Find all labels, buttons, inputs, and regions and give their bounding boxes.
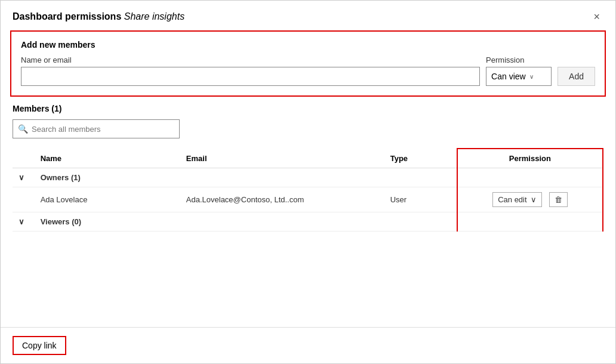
expand-viewers-icon[interactable]: ∨: [13, 212, 35, 232]
copy-link-button[interactable]: Copy link: [13, 336, 66, 355]
dialog: Dashboard permissions Share insights × A…: [0, 0, 616, 364]
search-box[interactable]: 🔍: [13, 119, 180, 138]
group-row-viewers: ∨ Viewers (0): [13, 212, 603, 232]
th-name: Name: [35, 149, 180, 168]
members-table: Name Email Type Permission ∨ Owners (1) …: [13, 148, 603, 232]
dialog-title: Dashboard permissions Share insights: [13, 11, 184, 22]
permission-group: Permission Can view ∨: [486, 55, 552, 86]
expand-owners-icon[interactable]: ∨: [13, 168, 35, 187]
chevron-down-icon: ∨: [529, 73, 534, 80]
can-edit-value: Can edit: [498, 195, 526, 204]
member-type: User: [384, 187, 457, 212]
name-email-label: Name or email: [21, 55, 480, 64]
owners-permission-cell: [457, 168, 603, 187]
dialog-header: Dashboard permissions Share insights ×: [1, 1, 615, 30]
name-email-input[interactable]: [21, 67, 480, 86]
table-row: Ada Lovelace Ada.Lovelace@Contoso, Ltd..…: [13, 187, 603, 212]
add-button[interactable]: Add: [558, 67, 595, 86]
close-button[interactable]: ×: [590, 10, 603, 23]
permission-dropdown-value: Can view: [491, 72, 526, 81]
group-row-owners: ∨ Owners (1): [13, 168, 603, 187]
chevron-down-icon: ∨: [531, 195, 537, 204]
permission-dropdown[interactable]: Can view ∨: [486, 67, 552, 86]
th-permission: Permission: [457, 149, 603, 168]
member-email: Ada.Lovelace@Contoso, Ltd..com: [180, 187, 384, 212]
can-edit-dropdown[interactable]: Can edit ∨: [492, 192, 541, 207]
members-section: Members (1) 🔍 Name Email Type Permission…: [1, 104, 615, 315]
delete-member-button[interactable]: 🗑: [549, 192, 568, 207]
row-expand-cell: [13, 187, 35, 212]
group-name-owners: Owners (1): [35, 168, 457, 187]
permission-actions: Can edit ∨ 🗑: [464, 192, 596, 207]
name-email-group: Name or email: [21, 55, 480, 86]
viewers-permission-cell: [457, 212, 603, 232]
search-icon: 🔍: [18, 124, 28, 134]
dialog-footer: Copy link: [1, 327, 615, 363]
add-members-form-row: Name or email Permission Can view ∨ Add: [21, 55, 595, 86]
group-name-viewers: Viewers (0): [35, 212, 457, 232]
th-expand: [13, 149, 35, 168]
th-type: Type: [384, 149, 457, 168]
search-input[interactable]: [32, 125, 174, 134]
member-permission-cell: Can edit ∨ 🗑: [457, 187, 603, 212]
add-members-heading: Add new members: [21, 40, 595, 50]
add-members-section: Add new members Name or email Permission…: [10, 30, 606, 97]
th-email: Email: [180, 149, 384, 168]
member-name: Ada Lovelace: [35, 187, 180, 212]
members-heading: Members (1): [13, 104, 603, 113]
permission-label: Permission: [486, 55, 552, 64]
